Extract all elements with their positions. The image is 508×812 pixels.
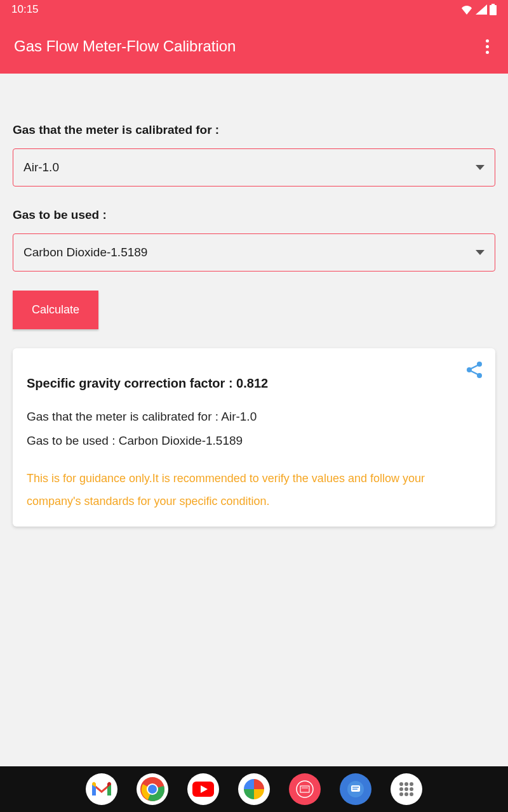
navigation-bar <box>0 766 508 812</box>
app-photos-icon[interactable] <box>238 773 270 805</box>
share-icon[interactable] <box>466 361 483 381</box>
dropdown-gas-to-be-used[interactable]: Carbon Dioxide-1.5189 <box>13 233 495 272</box>
result-calibrated-for: Gas that the meter is calibrated for : A… <box>27 405 481 429</box>
status-bar: 10:15 <box>0 0 508 19</box>
menu-overflow-icon[interactable] <box>481 34 494 59</box>
svg-line-6 <box>471 371 478 374</box>
label-calibrated-for: Gas that the meter is calibrated for : <box>13 123 495 137</box>
wifi-icon <box>460 4 473 15</box>
result-gas-used: Gas to be used : Carbon Dioxide-1.5189 <box>27 429 481 453</box>
battery-icon <box>490 4 497 15</box>
label-gas-to-be-used: Gas to be used : <box>13 208 495 222</box>
svg-point-20 <box>410 782 413 786</box>
svg-point-9 <box>148 785 157 794</box>
result-card: Specific gravity correction factor : 0.8… <box>13 348 495 527</box>
svg-point-25 <box>404 792 408 796</box>
app-chrome-icon[interactable] <box>137 773 168 805</box>
calculate-button[interactable]: Calculate <box>13 291 98 329</box>
svg-point-24 <box>399 792 403 796</box>
svg-point-22 <box>404 787 408 791</box>
svg-rect-0 <box>490 5 497 15</box>
svg-point-18 <box>399 782 403 786</box>
dropdown-calibrated-for[interactable]: Air-1.0 <box>13 148 495 187</box>
signal-icon <box>476 4 487 15</box>
chevron-down-icon <box>476 250 485 255</box>
svg-rect-1 <box>491 4 495 6</box>
app-gmail-icon[interactable] <box>86 773 117 805</box>
svg-rect-12 <box>300 786 309 792</box>
app-title: Gas Flow Meter-Flow Calibration <box>14 37 236 55</box>
svg-rect-15 <box>351 785 360 792</box>
dropdown-calibrated-for-value: Air-1.0 <box>23 160 59 174</box>
app-drawer-icon[interactable] <box>391 773 422 805</box>
svg-point-11 <box>297 781 313 797</box>
app-messages-icon[interactable] <box>340 773 371 805</box>
status-time: 10:15 <box>11 3 39 16</box>
svg-line-5 <box>471 365 478 369</box>
main-content: Gas that the meter is calibrated for : A… <box>0 74 508 766</box>
chevron-down-icon <box>476 165 485 170</box>
app-youtube-icon[interactable] <box>187 773 219 805</box>
svg-point-21 <box>399 787 403 791</box>
svg-point-26 <box>410 792 413 796</box>
svg-point-23 <box>410 787 413 791</box>
status-icons <box>460 4 497 15</box>
app-bar: Gas Flow Meter-Flow Calibration <box>0 19 508 74</box>
result-title: Specific gravity correction factor : 0.8… <box>27 376 481 391</box>
app-current-icon[interactable] <box>289 773 321 805</box>
svg-point-19 <box>404 782 408 786</box>
result-disclaimer: This is for guidance only.It is recommen… <box>27 467 481 513</box>
dropdown-gas-to-be-used-value: Carbon Dioxide-1.5189 <box>23 246 147 259</box>
